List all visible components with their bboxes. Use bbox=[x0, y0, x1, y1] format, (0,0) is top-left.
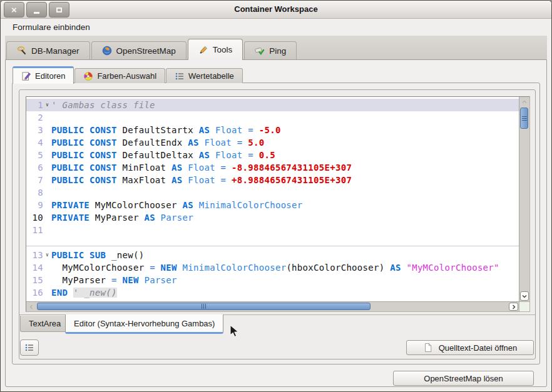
scroll-down-button[interactable] bbox=[520, 291, 529, 301]
code-line[interactable]: 13∨PUBLIC SUB _new() bbox=[26, 249, 519, 261]
code-line[interactable]: 16END ' _new() bbox=[26, 286, 519, 299]
scroll-right-button[interactable] bbox=[509, 303, 518, 311]
bottom-tab-editor-syntax-hervorhebung-gambas[interactable]: Editor (Syntax-Hervorhebung Gambas) bbox=[65, 314, 223, 334]
token-kw: PUBLIC bbox=[51, 250, 89, 260]
horizontal-scrollbar[interactable] bbox=[26, 301, 519, 311]
code-text: PUBLIC SUB _new() bbox=[51, 249, 144, 261]
code-text: ' Gambas class file bbox=[51, 99, 155, 111]
fold-spacer bbox=[43, 136, 51, 149]
sub-tab-label: Wertetabelle bbox=[188, 71, 234, 81]
tab-label: OpenStreetMap bbox=[116, 46, 176, 56]
token-kw: PUBLIC bbox=[51, 125, 89, 135]
osm-release-button[interactable]: OpenStreetMap lösen bbox=[393, 371, 534, 386]
tab-db-manager[interactable]: DB-Manager bbox=[6, 41, 90, 59]
sub-tab-farben-auswahl[interactable]: Farben-Auswahl bbox=[74, 68, 165, 83]
fold-spacer bbox=[43, 236, 51, 249]
fold-spacer bbox=[43, 199, 51, 211]
code-line[interactable]: 2 bbox=[26, 111, 519, 124]
code-line[interactable]: 8 bbox=[26, 186, 519, 199]
line-number: 15 bbox=[26, 274, 43, 286]
code-line[interactable]: 15 MyParser = NEW Parser bbox=[26, 274, 519, 286]
token-kw: AS bbox=[199, 125, 215, 135]
token-kw: AS bbox=[183, 200, 199, 210]
tab-tools[interactable]: Tools bbox=[188, 39, 243, 60]
token-kw: PRIVATE bbox=[51, 200, 95, 210]
vertical-scrollbar[interactable] bbox=[519, 97, 529, 301]
file-icon bbox=[423, 343, 433, 353]
globe-icon bbox=[102, 46, 112, 56]
code-text: PUBLIC CONST DefaultDeltax AS Float = 0.… bbox=[51, 149, 275, 161]
code-editor[interactable]: 1∨' Gambas class file23PUBLIC CONST Defa… bbox=[26, 96, 530, 312]
token-kw: CONST bbox=[89, 175, 122, 185]
fold-spacer bbox=[43, 186, 51, 199]
line-number: 5 bbox=[26, 149, 43, 161]
token-id: MaxFloat bbox=[122, 175, 171, 185]
osm-release-label: OpenStreetMap lösen bbox=[424, 374, 503, 383]
code-line[interactable]: 4PUBLIC CONST DefaultEndx AS Float = 5.0 bbox=[26, 136, 519, 149]
code-area[interactable]: 1∨' Gambas class file23PUBLIC CONST Defa… bbox=[26, 97, 519, 301]
line-number: 7 bbox=[26, 174, 43, 186]
fold-spacer bbox=[43, 211, 51, 224]
fold-spacer bbox=[43, 224, 51, 236]
token-num: +8.98846567431105E+307 bbox=[232, 175, 352, 185]
token-kw: CONST bbox=[89, 138, 122, 148]
list-icon bbox=[175, 71, 185, 81]
line-number: 16 bbox=[26, 286, 43, 299]
code-line[interactable]: 3PUBLIC CONST DefaultStartx AS Float = -… bbox=[26, 124, 519, 136]
code-line[interactable]: 14 MyMColorChooser = NEW MinimalColorCho… bbox=[26, 261, 519, 274]
token-typ: MinimalColorChooser bbox=[183, 263, 287, 273]
token-kw: PUBLIC bbox=[51, 175, 89, 185]
code-text: PRIVATE MyParser AS Parser bbox=[51, 211, 193, 224]
code-line[interactable]: 1∨' Gambas class file bbox=[26, 99, 519, 111]
code-line[interactable]: 6PUBLIC CONST MinFloat AS Float = -8.988… bbox=[26, 161, 519, 174]
token-kw: PRIVATE bbox=[51, 213, 95, 223]
code-line[interactable] bbox=[26, 236, 519, 249]
token-kw: SUB bbox=[89, 250, 111, 260]
code-line[interactable]: 7PUBLIC CONST MaxFloat AS Float = +8.988… bbox=[26, 174, 519, 186]
line-number: 1 bbox=[26, 99, 43, 111]
open-source-file-button[interactable]: Quelltext-Datei öffnen bbox=[406, 340, 534, 355]
menubar: Formulare einbinden bbox=[1, 19, 551, 36]
token-kw: END bbox=[51, 288, 73, 298]
main-tab-bar: DB-ManagerOpenStreetMapToolsPing bbox=[5, 36, 547, 59]
bottom-tab-textarea[interactable]: TextArea bbox=[20, 316, 69, 332]
vertical-scrollbar-thumb[interactable] bbox=[520, 108, 528, 129]
bottom-tab-label: Editor (Syntax-Hervorhebung Gambas) bbox=[74, 319, 215, 328]
sub-tab-editoren[interactable]: Editoren bbox=[13, 66, 74, 84]
line-number bbox=[26, 236, 43, 249]
bottom-tab-label: TextArea bbox=[29, 319, 61, 328]
token-typ: Float bbox=[188, 163, 220, 173]
tab-openstreetmap[interactable]: OpenStreetMap bbox=[91, 41, 187, 59]
code-line[interactable]: 11 bbox=[26, 224, 519, 236]
fold-spacer bbox=[43, 161, 51, 174]
token-str: "MyMColorChooser" bbox=[406, 263, 499, 273]
code-line[interactable]: 5PUBLIC CONST DefaultDeltax AS Float = 0… bbox=[26, 149, 519, 161]
menu-item-formulare-einbinden[interactable]: Formulare einbinden bbox=[9, 21, 94, 33]
sub-tab-wertetabelle[interactable]: Wertetabelle bbox=[166, 68, 243, 83]
editor-panel: 1∨' Gambas class file23PUBLIC CONST Defa… bbox=[19, 89, 536, 359]
tab-label: Ping bbox=[269, 46, 286, 56]
token-kw: NEW bbox=[161, 263, 183, 273]
scroll-up-button[interactable] bbox=[520, 97, 529, 107]
token-kw: AS bbox=[188, 138, 204, 148]
fold-arrow-icon[interactable]: ∨ bbox=[43, 249, 51, 261]
scroll-left-button[interactable] bbox=[26, 303, 36, 311]
line-number: 3 bbox=[26, 124, 43, 136]
list-icon bbox=[24, 343, 34, 353]
code-line[interactable]: 10PRIVATE MyParser AS Parser bbox=[26, 211, 519, 224]
code-line[interactable]: 9PRIVATE MyMColorChooser AS MinimalColor… bbox=[26, 199, 519, 211]
titlebar[interactable]: Container Workspace bbox=[1, 1, 551, 19]
horizontal-scrollbar-thumb[interactable] bbox=[37, 303, 371, 310]
line-number: 9 bbox=[26, 199, 43, 211]
tab-label: DB-Manager bbox=[31, 46, 79, 56]
window: Container Workspace Formulare einbinden … bbox=[0, 0, 552, 392]
token-kw: CONST bbox=[89, 125, 122, 135]
list-view-button[interactable] bbox=[20, 339, 39, 356]
wand-icon bbox=[17, 46, 27, 56]
code-text: PUBLIC CONST MinFloat AS Float = -8.9884… bbox=[51, 161, 352, 174]
fold-arrow-icon[interactable]: ∨ bbox=[43, 99, 51, 111]
tab-ping[interactable]: Ping bbox=[244, 41, 297, 59]
token-id: MinFloat bbox=[122, 163, 171, 173]
open-source-file-label: Quelltext-Datei öffnen bbox=[439, 343, 518, 353]
token-kw: AS bbox=[144, 213, 160, 223]
